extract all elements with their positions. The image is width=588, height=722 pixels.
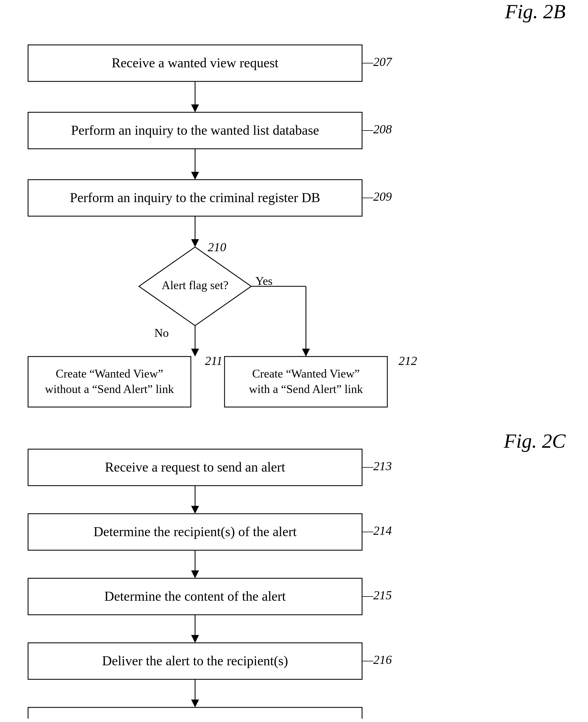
ref-210: 210 xyxy=(208,240,226,254)
svg-marker-22 xyxy=(191,635,199,643)
ref-207: 207 xyxy=(373,55,392,69)
svg-marker-16 xyxy=(191,506,199,514)
svg-marker-5 xyxy=(191,172,199,180)
page: Fig. 2B Receive a wanted view request 20… xyxy=(0,0,588,722)
fig2c-diagram: Receive a request to send an alert 213 D… xyxy=(0,415,588,719)
box-211 xyxy=(28,356,191,407)
svg-marker-19 xyxy=(191,571,199,578)
box-213-label: Receive a request to send an alert xyxy=(105,459,286,474)
ref-212: 212 xyxy=(399,354,417,368)
svg-marker-13 xyxy=(302,349,310,356)
box-212-label2: with a “Send Alert” link xyxy=(249,383,363,395)
svg-marker-25 xyxy=(191,700,199,707)
ref-208: 208 xyxy=(373,122,392,136)
box-211-label1: Create “Wanted View” xyxy=(56,367,163,380)
ref-217: 217 xyxy=(373,718,392,719)
ref-215: 215 xyxy=(373,589,392,602)
ref-216: 216 xyxy=(373,653,392,667)
svg-marker-10 xyxy=(191,349,199,356)
svg-marker-8 xyxy=(191,239,199,247)
box-211-label2: without a “Send Alert” link xyxy=(45,383,174,395)
ref-211: 211 xyxy=(205,354,223,368)
yes-label: Yes xyxy=(255,274,273,287)
box-207-label: Receive a wanted view request xyxy=(112,55,279,70)
diamond-210-label: Alert flag set? xyxy=(162,279,229,292)
box-209-label: Perform an inquiry to the criminal regis… xyxy=(70,190,320,205)
box-217 xyxy=(28,707,362,719)
no-label: No xyxy=(154,327,169,339)
box-217-label: Acknowledge the delivery of the alert xyxy=(93,718,297,719)
ref-214: 214 xyxy=(373,524,392,538)
ref-209: 209 xyxy=(373,190,392,204)
box-212 xyxy=(225,356,387,407)
svg-marker-2 xyxy=(191,104,199,112)
fig2b-diagram: Receive a wanted view request 207 Perfor… xyxy=(0,11,588,432)
box-208-label: Perform an inquiry to the wanted list da… xyxy=(71,123,319,138)
box-214-label: Determine the recipient(s) of the alert xyxy=(93,524,297,539)
ref-213: 213 xyxy=(373,459,392,473)
box-215-label: Determine the content of the alert xyxy=(104,589,286,603)
box-212-label1: Create “Wanted View” xyxy=(252,367,360,380)
box-216-label: Deliver the alert to the recipient(s) xyxy=(102,653,288,668)
